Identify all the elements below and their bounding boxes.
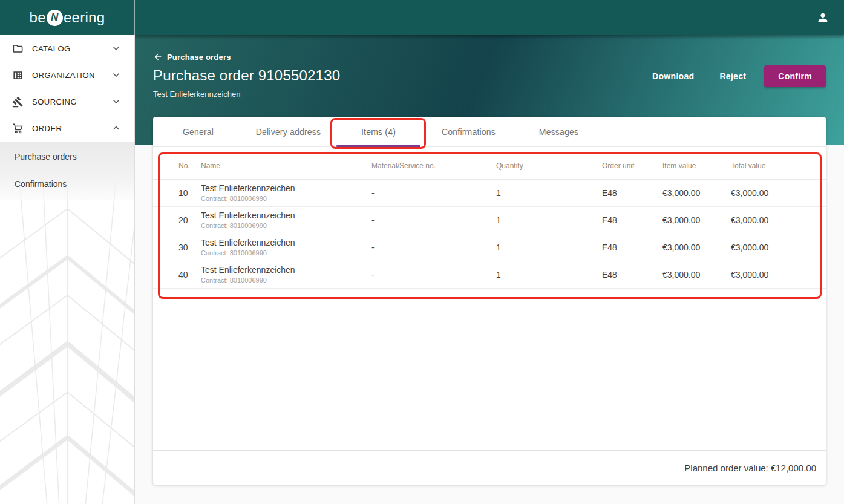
sidebar-item-label: CATALOG [32,44,71,53]
submenu-item-label: Confirmations [15,179,67,189]
item-name: Test Enlieferkennzeichen [201,238,371,247]
tab-label: Confirmations [442,127,496,137]
items-table: No. Name Material/Service no. Quantity O… [153,152,826,289]
back-to-purchase-orders-link[interactable]: Purchase orders [153,52,340,62]
sidebar-item-label: ORGANIZATION [32,71,95,80]
tab-label: Delivery address [256,127,321,137]
cell-material: - [371,206,496,234]
person-icon [816,11,829,24]
cell-name: Test Enlieferkennzeichen Contract: 80100… [201,206,371,234]
cell-total-value: €3,000.00 [731,261,826,288]
cell-item-value: €3,000.00 [662,261,731,288]
app-root: Purchase orders Purchase order 910550213… [0,0,844,504]
cell-name: Test Enlieferkennzeichen Contract: 80100… [201,234,371,261]
column-header-item-value: Item value [662,152,731,179]
cell-quantity: 1 [496,234,602,261]
tab-confirmations[interactable]: Confirmations [424,117,514,147]
top-app-bar [135,0,844,35]
chevron-up-icon [113,126,120,131]
logo-wordmark: be N eering [30,9,105,26]
download-button[interactable]: Download [645,65,701,87]
order-submenu: Purchase orders Confirmations [0,142,134,200]
sidebar-item-confirmations[interactable]: Confirmations [0,170,134,197]
app-logo[interactable]: be N eering [0,0,135,35]
cell-item-value: €3,000.00 [662,206,731,234]
page-header: Purchase orders Purchase order 910550213… [153,52,340,99]
building-watermark-image [0,165,134,504]
sidebar-item-sourcing[interactable]: SOURCING [0,88,134,115]
cell-no: 40 [153,261,201,288]
tab-label: Messages [539,127,578,137]
column-header-order-unit: Order unit [602,152,662,179]
folder-icon [12,43,24,54]
cell-no: 30 [153,234,201,261]
cell-order-unit: E48 [602,234,662,261]
shopping-cart-icon [12,123,24,134]
table-header-row: No. Name Material/Service no. Quantity O… [153,152,826,179]
table-row[interactable]: 10 Test Enlieferkennzeichen Contract: 80… [153,179,826,206]
confirm-button[interactable]: Confirm [764,65,826,87]
submenu-item-label: Purchase orders [15,152,77,162]
item-contract: Contract: 8010006990 [201,195,371,202]
cell-item-value: €3,000.00 [662,179,731,206]
cell-order-unit: E48 [602,261,662,288]
user-account-button[interactable] [815,10,831,25]
tab-items[interactable]: Items (4) [333,117,424,147]
sidebar-item-catalog[interactable]: CATALOG [0,35,134,62]
table-row[interactable]: 40 Test Enlieferkennzeichen Contract: 80… [153,261,826,288]
column-header-no: No. [153,152,201,179]
order-summary-footer: Planned order value: €12,000.00 [153,450,826,485]
cell-material: - [371,261,496,288]
chevron-down-icon [113,73,120,77]
sidebar-item-label: SOURCING [32,97,77,106]
item-contract: Contract: 8010006990 [201,222,371,229]
item-name: Test Enlieferkennzeichen [201,265,371,275]
logo-text-pre: be [30,9,46,26]
tab-general[interactable]: General [153,117,243,147]
tab-bar: General Delivery address Items (4) Confi… [153,117,826,147]
cell-name: Test Enlieferkennzeichen Contract: 80100… [201,261,371,288]
page-subtitle: Test Enlieferkennzeichen [153,90,340,99]
gavel-icon [12,96,24,108]
item-contract: Contract: 8010006990 [201,277,371,284]
logo-text-post: eering [64,9,105,26]
cell-total-value: €3,000.00 [731,234,826,261]
page-title: Purchase order 9105502130 [153,67,340,84]
tab-label: General [183,127,214,137]
cell-quantity: 1 [496,206,602,234]
sidebar: be N eering CATALOG OR [0,0,135,504]
cell-no: 10 [153,179,201,206]
column-header-quantity: Quantity [496,152,602,179]
cell-total-value: €3,000.00 [731,179,826,206]
cell-item-value: €3,000.00 [662,234,731,261]
cell-order-unit: E48 [602,179,662,206]
item-name: Test Enlieferkennzeichen [201,183,371,193]
tab-label: Items (4) [361,127,396,137]
cell-no: 20 [153,206,201,234]
tab-indicator [336,145,420,147]
item-contract: Contract: 8010006990 [201,249,371,257]
cell-quantity: 1 [496,261,602,288]
table-row[interactable]: 30 Test Enlieferkennzeichen Contract: 80… [153,234,826,261]
cell-material: - [371,234,496,261]
cell-name: Test Enlieferkennzeichen Contract: 80100… [201,179,371,206]
logo-text-n: N [51,11,59,24]
column-header-total-value: Total value [731,152,826,179]
purchase-order-card: General Delivery address Items (4) Confi… [153,117,826,485]
sidebar-item-organization[interactable]: ORGANIZATION [0,62,134,88]
cell-material: - [371,179,496,206]
sidebar-item-purchase-orders[interactable]: Purchase orders [0,143,134,170]
tab-messages[interactable]: Messages [514,117,604,147]
column-header-material: Material/Service no. [371,152,496,179]
cell-quantity: 1 [496,179,602,206]
reject-button[interactable]: Reject [712,65,753,87]
item-name: Test Enlieferkennzeichen [201,211,371,220]
column-header-name: Name [201,152,371,179]
header-actions: Download Reject Confirm [645,65,826,87]
logo-n-badge: N [47,10,63,26]
planned-order-value: Planned order value: €12,000.00 [684,463,816,473]
tab-delivery-address[interactable]: Delivery address [243,117,333,147]
chevron-down-icon [113,46,120,51]
table-row[interactable]: 20 Test Enlieferkennzeichen Contract: 80… [153,206,826,234]
sidebar-item-order[interactable]: ORDER [0,115,134,142]
